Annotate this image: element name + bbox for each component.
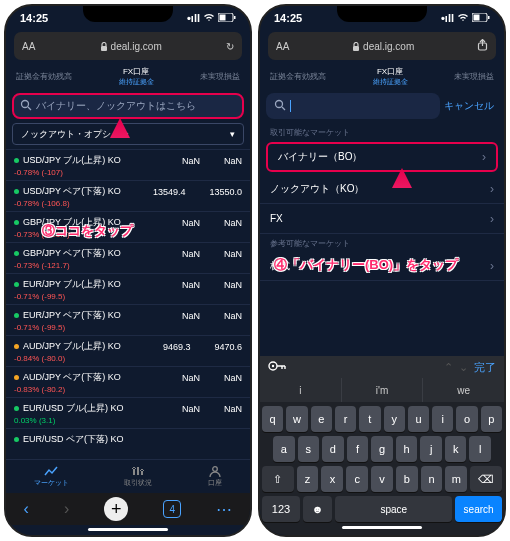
emoji-key[interactable]: ☻ bbox=[303, 496, 332, 522]
home-indicator[interactable] bbox=[342, 526, 422, 529]
back-icon[interactable]: ‹ bbox=[24, 500, 29, 518]
status-dot bbox=[14, 282, 19, 287]
chevron-right-icon: › bbox=[482, 150, 486, 164]
address-bar[interactable]: AA deal.ig.com bbox=[268, 32, 496, 60]
share-icon[interactable]: ⋯ bbox=[216, 500, 232, 519]
hdr-mid: FX口座 bbox=[373, 66, 408, 77]
bid-value: NaN bbox=[182, 280, 200, 290]
market-dropdown[interactable]: ノックアウト・オプション ▾ bbox=[12, 123, 244, 145]
key-g[interactable]: g bbox=[371, 436, 393, 462]
option-binary[interactable]: バイナリー（BO）› bbox=[266, 142, 498, 172]
table-row[interactable]: AUD/JPY ベア(下落) KO NaNNaN -0.83% (-80.2) bbox=[6, 366, 250, 397]
kb-done-button[interactable]: 完了 bbox=[474, 360, 496, 375]
instrument-name: EUR/JPY ブル(上昇) KO bbox=[23, 278, 121, 291]
key-u[interactable]: u bbox=[408, 406, 429, 432]
key-i[interactable]: i bbox=[432, 406, 453, 432]
notch bbox=[83, 6, 173, 22]
status-dot bbox=[14, 189, 19, 194]
table-row[interactable]: EUR/USD ベア(下落) KO bbox=[6, 428, 250, 450]
key-a[interactable]: a bbox=[273, 436, 295, 462]
numbers-key[interactable]: 123 bbox=[262, 496, 300, 522]
bid-value: NaN bbox=[182, 249, 200, 259]
key-b[interactable]: b bbox=[396, 466, 418, 492]
svg-rect-1 bbox=[220, 15, 226, 21]
home-indicator[interactable] bbox=[88, 528, 168, 531]
reload-icon[interactable]: ↻ bbox=[226, 41, 234, 52]
new-tab-button[interactable]: + bbox=[104, 497, 128, 521]
key-y[interactable]: y bbox=[384, 406, 405, 432]
key-r[interactable]: r bbox=[335, 406, 356, 432]
key-d[interactable]: d bbox=[322, 436, 344, 462]
key-z[interactable]: z bbox=[297, 466, 319, 492]
space-key[interactable]: space bbox=[335, 496, 452, 522]
instrument-name: AUD/JPY ブル(上昇) KO bbox=[23, 340, 121, 353]
shift-key[interactable]: ⇧ bbox=[262, 466, 294, 492]
keyboard-toolbar: ⌃ ⌄ 完了 bbox=[260, 356, 504, 378]
safari-toolbar: ‹ › + 4 ⋯ bbox=[6, 493, 250, 525]
key-k[interactable]: k bbox=[445, 436, 467, 462]
nav-trade-status[interactable]: 取引状況 bbox=[124, 466, 152, 488]
ask-value: NaN bbox=[224, 156, 242, 166]
backspace-key[interactable]: ⌫ bbox=[470, 466, 502, 492]
table-row[interactable]: EUR/USD ブル(上昇) KO NaNNaN 0.03% (3.1) bbox=[6, 397, 250, 428]
sugg-3[interactable]: we bbox=[423, 378, 504, 402]
address-bar[interactable]: AA deal.ig.com ↻ bbox=[14, 32, 242, 60]
key-t[interactable]: t bbox=[359, 406, 380, 432]
share-icon[interactable] bbox=[477, 39, 488, 53]
hdr-sub: 維持証拠金 bbox=[373, 77, 408, 87]
search-icon bbox=[274, 99, 286, 113]
kb-up-icon[interactable]: ⌃ bbox=[444, 361, 453, 374]
table-row[interactable]: EUR/JPY ベア(下落) KO NaNNaN -0.71% (-99.5) bbox=[6, 304, 250, 335]
search-input[interactable] bbox=[266, 93, 440, 119]
kb-down-icon[interactable]: ⌄ bbox=[459, 361, 468, 374]
key-n[interactable]: n bbox=[421, 466, 443, 492]
pct-change: -0.78% (-106.8) bbox=[14, 199, 70, 208]
key-x[interactable]: x bbox=[321, 466, 343, 492]
key-m[interactable]: m bbox=[445, 466, 467, 492]
svg-line-5 bbox=[28, 107, 31, 110]
tabs-button[interactable]: 4 bbox=[163, 500, 181, 518]
key-s[interactable]: s bbox=[298, 436, 320, 462]
svg-rect-2 bbox=[234, 16, 236, 19]
key-f[interactable]: f bbox=[347, 436, 369, 462]
option-knockout[interactable]: ノックアウト（KO）› bbox=[260, 174, 504, 204]
pct-change: 0.03% (3.1) bbox=[14, 416, 55, 425]
table-row[interactable]: AUD/JPY ブル(上昇) KO 9469.39470.6 -0.84% (-… bbox=[6, 335, 250, 366]
key-j[interactable]: j bbox=[420, 436, 442, 462]
table-row[interactable]: USD/JPY ブル(上昇) KO NaNNaN -0.78% (-107) bbox=[6, 149, 250, 180]
status-icons: •ıll bbox=[187, 12, 236, 24]
key-h[interactable]: h bbox=[396, 436, 418, 462]
sugg-2[interactable]: i'm bbox=[342, 378, 424, 402]
sugg-1[interactable]: i bbox=[260, 378, 342, 402]
key-w[interactable]: w bbox=[286, 406, 307, 432]
key-v[interactable]: v bbox=[371, 466, 393, 492]
table-row[interactable]: GBP/JPY ベア(下落) KO NaNNaN -0.73% (-121.7) bbox=[6, 242, 250, 273]
pct-change: -0.71% (-99.5) bbox=[14, 323, 65, 332]
keyboard: qwertyuiop asdfghjkl ⇧ zxcvbnm ⌫ 123 ☻ s… bbox=[260, 402, 504, 535]
text-size-icon[interactable]: AA bbox=[276, 41, 289, 52]
svg-point-6 bbox=[213, 466, 218, 471]
ask-value: 13550.0 bbox=[209, 187, 242, 197]
nav-market[interactable]: マーケット bbox=[34, 466, 69, 488]
option-fx[interactable]: FX› bbox=[260, 204, 504, 234]
key-l[interactable]: l bbox=[469, 436, 491, 462]
keyboard-suggestions: i i'm we bbox=[260, 378, 504, 402]
bid-value: NaN bbox=[182, 404, 200, 414]
nav-account[interactable]: 口座 bbox=[208, 466, 222, 488]
search-input[interactable]: バイナリー、ノックアウトはこちら bbox=[12, 93, 244, 119]
instrument-name: EUR/JPY ベア(下落) KO bbox=[23, 309, 121, 322]
forward-icon[interactable]: › bbox=[64, 500, 69, 518]
bid-value: NaN bbox=[182, 218, 200, 228]
key-q[interactable]: q bbox=[262, 406, 283, 432]
key-c[interactable]: c bbox=[346, 466, 368, 492]
password-key-icon[interactable] bbox=[268, 360, 286, 374]
text-size-icon[interactable]: AA bbox=[22, 41, 35, 52]
table-row[interactable]: EUR/JPY ブル(上昇) KO NaNNaN -0.71% (-99.5) bbox=[6, 273, 250, 304]
url-text: deal.ig.com bbox=[35, 41, 226, 52]
search-key[interactable]: search bbox=[455, 496, 502, 522]
key-e[interactable]: e bbox=[311, 406, 332, 432]
table-row[interactable]: USD/JPY ベア(下落) KO 13549.413550.0 -0.78% … bbox=[6, 180, 250, 211]
cancel-button[interactable]: キャンセル bbox=[444, 99, 494, 113]
key-p[interactable]: p bbox=[481, 406, 502, 432]
key-o[interactable]: o bbox=[456, 406, 477, 432]
